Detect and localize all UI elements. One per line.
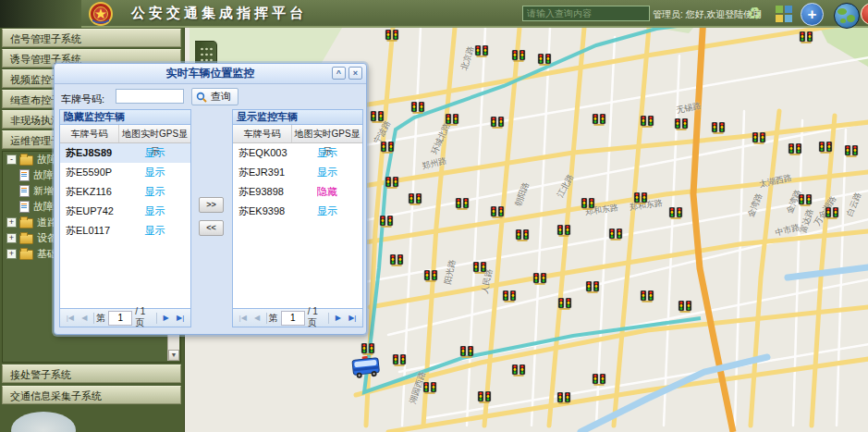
move-left-button[interactable]: << (199, 220, 224, 236)
traffic-signal-icon[interactable] (581, 197, 595, 214)
traffic-signal-icon[interactable] (445, 113, 459, 130)
traffic-signal-icon[interactable] (408, 192, 422, 209)
traffic-signal-icon[interactable] (537, 53, 552, 69)
table-row[interactable]: 苏E5590P 显示 (60, 163, 190, 182)
expand-plus-icon[interactable]: + (6, 217, 17, 228)
gps-show-link[interactable]: 显示 (292, 202, 362, 221)
page-number-input[interactable] (108, 311, 132, 326)
table-row[interactable]: 苏EUP742 显示 (60, 202, 190, 221)
globe-map-icon[interactable] (834, 3, 860, 29)
table-row[interactable]: 苏EKZ116 显示 (60, 182, 190, 202)
traffic-signal-icon[interactable] (556, 224, 571, 241)
table-row[interactable]: 苏EQK003 显示 (233, 143, 362, 163)
table-row[interactable]: 苏EK9398 显示 (233, 202, 362, 221)
table-row[interactable]: 苏E93898 隐藏 (233, 182, 362, 202)
table-row[interactable]: 苏EL0117 显示 (60, 221, 190, 241)
traffic-signal-icon[interactable] (389, 253, 404, 270)
sidebar-item-signal[interactable]: 信号管理子系统 (2, 29, 181, 47)
traffic-signal-icon[interactable] (711, 121, 726, 138)
layers-grid-icon[interactable] (773, 3, 795, 25)
traffic-signal-icon[interactable] (472, 261, 487, 278)
zoom-in-icon[interactable]: + (801, 3, 824, 26)
page-next-icon[interactable]: ▶ (331, 314, 345, 322)
traffic-signal-icon[interactable] (556, 391, 571, 408)
gps-show-link[interactable]: 显示 (119, 182, 190, 202)
traffic-signal-icon[interactable] (633, 191, 648, 208)
gps-show-link[interactable]: 显示 (119, 163, 190, 182)
page-prev-icon[interactable]: ◀ (250, 314, 263, 322)
sidebar-item-traffic-info[interactable]: 交通信息采集子系统 (2, 386, 181, 404)
refresh-recycle-icon[interactable]: ♻ (743, 3, 765, 25)
page-first-icon[interactable]: |◀ (236, 314, 250, 322)
traffic-signal-icon[interactable] (511, 364, 526, 380)
traffic-signal-icon[interactable] (380, 141, 395, 157)
sidebar-item-dispatch[interactable]: 接处警子系统 (2, 364, 181, 383)
traffic-signal-icon[interactable] (752, 131, 766, 148)
traffic-signal-icon[interactable] (818, 141, 833, 157)
traffic-signal-icon[interactable] (423, 269, 438, 286)
traffic-signal-icon[interactable] (678, 300, 692, 316)
police-emblem-logo (89, 2, 113, 30)
page-first-icon[interactable]: |◀ (63, 314, 78, 322)
table-row[interactable]: 苏EJ8S89 显示 (60, 143, 190, 163)
traffic-signal-icon[interactable] (455, 197, 470, 214)
traffic-signal-icon[interactable] (515, 228, 530, 245)
move-right-button[interactable]: >> (199, 197, 224, 213)
dialog-collapse-button[interactable]: ^ (332, 67, 346, 80)
gps-show-link[interactable]: 显示 (119, 143, 190, 163)
query-button[interactable]: 查询 (191, 88, 238, 105)
traffic-signal-icon[interactable] (385, 176, 399, 192)
traffic-signal-icon[interactable] (370, 110, 385, 127)
traffic-signal-icon[interactable] (844, 144, 859, 161)
traffic-signal-icon[interactable] (502, 290, 517, 306)
traffic-signal-icon[interactable] (585, 280, 600, 297)
traffic-signal-icon[interactable] (557, 297, 572, 314)
vehicle-monitor-dialog: 实时车辆位置监控 ^ × 车牌号码: 查询 隐藏监控车辆 车牌号码 地图实时GP… (54, 63, 367, 335)
traffic-signal-icon[interactable] (798, 193, 813, 210)
page-prev-icon[interactable]: ◀ (78, 314, 92, 322)
collapse-minus-icon[interactable]: - (6, 154, 17, 165)
traffic-signal-icon[interactable] (490, 205, 505, 222)
traffic-signal-icon[interactable] (385, 29, 399, 45)
expand-plus-icon[interactable]: + (6, 249, 17, 259)
traffic-signal-icon[interactable] (474, 44, 489, 61)
traffic-signal-icon[interactable] (410, 101, 425, 117)
traffic-signal-icon[interactable] (392, 353, 407, 370)
traffic-signal-icon[interactable] (422, 381, 437, 398)
alert-icon[interactable] (861, 3, 868, 25)
traffic-signal-icon[interactable] (608, 228, 623, 244)
traffic-signal-icon[interactable] (477, 390, 492, 407)
gps-show-link[interactable]: 显示 (119, 202, 190, 221)
page-last-icon[interactable]: ▶| (173, 314, 188, 322)
traffic-signal-icon[interactable] (668, 206, 683, 223)
gps-hide-link[interactable]: 隐藏 (292, 182, 362, 202)
traffic-signal-icon[interactable] (459, 345, 474, 362)
traffic-signal-icon[interactable] (640, 290, 654, 306)
traffic-signal-icon[interactable] (592, 113, 606, 130)
traffic-signal-icon[interactable] (640, 115, 654, 131)
global-search-input[interactable] (522, 6, 650, 21)
traffic-signal-icon[interactable] (490, 116, 505, 132)
dialog-close-button[interactable]: × (348, 67, 362, 80)
traffic-signal-icon[interactable] (511, 49, 526, 66)
traffic-signal-icon[interactable] (799, 31, 813, 47)
edit-page-icon (19, 185, 30, 197)
page-number-input[interactable] (281, 311, 305, 326)
folder-icon (19, 218, 33, 228)
traffic-signal-icon[interactable] (379, 215, 394, 231)
plate-number-input[interactable] (116, 89, 184, 104)
gps-show-link[interactable]: 显示 (292, 163, 362, 182)
page-next-icon[interactable]: ▶ (159, 314, 174, 322)
gps-show-link[interactable]: 显示 (119, 221, 190, 241)
traffic-signal-icon[interactable] (674, 117, 689, 134)
traffic-signal-icon[interactable] (532, 272, 547, 289)
expand-plus-icon[interactable]: + (6, 233, 17, 243)
page-last-icon[interactable]: ▶| (346, 314, 360, 322)
scroll-down-icon[interactable]: ▼ (168, 350, 179, 361)
traffic-signal-icon[interactable] (788, 142, 802, 159)
police-vehicle-icon[interactable] (350, 354, 383, 383)
gps-show-link[interactable]: 显示 (292, 143, 362, 163)
traffic-signal-icon[interactable] (825, 206, 839, 223)
traffic-signal-icon[interactable] (592, 373, 606, 389)
table-row[interactable]: 苏EJR391 显示 (233, 163, 362, 182)
